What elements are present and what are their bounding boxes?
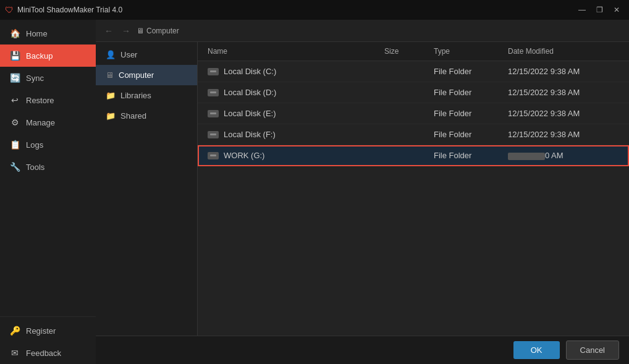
tools-icon: 🔧 [10, 162, 20, 172]
tree-item-user[interactable]: 👤 User [96, 44, 197, 65]
sidebar-item-register[interactable]: 🔑 Register [0, 320, 96, 342]
logs-icon: 📋 [10, 140, 20, 150]
file-tree: 👤 User 🖥 Computer 📁 Libraries 📁 Shared [96, 42, 198, 336]
sidebar-item-feedback[interactable]: ✉ Feedback [0, 342, 96, 364]
file-date-e: 12/15/2022 9:38 AM [508, 109, 619, 118]
computer-icon: 🖥 [137, 27, 144, 35]
app-icon: 🛡 [5, 5, 14, 15]
main-layout: 🏠 Home 💾 Backup 🔄 Sync ↩ Restore ⚙ Manag… [0, 20, 629, 364]
file-date-f: 12/15/2022 9:38 AM [508, 130, 619, 139]
title-bar-controls: — ❐ ✕ [575, 4, 624, 16]
col-name: Name [208, 47, 384, 56]
file-date-g: 0 AM [508, 151, 619, 160]
computer-tree-icon: 🖥 [106, 70, 114, 80]
sidebar-label-feedback: Feedback [26, 349, 61, 358]
file-type-d: File Folder [434, 88, 508, 97]
user-tree-icon: 👤 [106, 50, 116, 59]
drive-icon-f [208, 131, 219, 138]
col-type: Type [434, 47, 508, 56]
file-type-c: File Folder [434, 67, 508, 76]
file-list-header: Name Size Type Date Modified [198, 42, 629, 61]
tree-label-shared: Shared [120, 111, 146, 121]
tree-label-libraries: Libraries [120, 91, 151, 100]
table-row[interactable]: WORK (G:) File Folder 0 AM [198, 145, 629, 166]
sidebar-label-manage: Manage [26, 118, 55, 127]
forward-button[interactable]: → [119, 25, 133, 37]
file-name-f: Local Disk (F:) [208, 130, 384, 139]
sidebar-item-sync[interactable]: 🔄 Sync [0, 67, 96, 89]
breadcrumb-label: Computer [146, 27, 179, 35]
sidebar-item-tools[interactable]: 🔧 Tools [0, 156, 96, 178]
sidebar-item-backup[interactable]: 💾 Backup [0, 44, 96, 67]
col-date: Date Modified [508, 47, 619, 56]
breadcrumb-bar: ← → 🖥 Computer [96, 20, 629, 42]
tree-item-computer[interactable]: 🖥 Computer [96, 65, 197, 85]
file-type-g: File Folder [434, 151, 508, 160]
file-list-body: Local Disk (C:) File Folder 12/15/2022 9… [198, 61, 629, 336]
table-row[interactable]: Local Disk (F:) File Folder 12/15/2022 9… [198, 124, 629, 145]
sidebar-label-tools: Tools [26, 163, 44, 172]
sidebar-label-backup: Backup [26, 51, 53, 61]
file-name-d: Local Disk (D:) [208, 88, 384, 97]
feedback-icon: ✉ [10, 348, 20, 358]
sidebar-label-restore: Restore [26, 96, 54, 105]
tree-item-libraries[interactable]: 📁 Libraries [96, 85, 197, 106]
close-button[interactable]: ✕ [609, 4, 624, 16]
file-date-c: 12/15/2022 9:38 AM [508, 67, 619, 76]
file-name-g: WORK (G:) [208, 151, 384, 160]
bottom-bar: OK Cancel [96, 336, 629, 364]
file-name-e: Local Disk (E:) [208, 109, 384, 118]
sidebar-item-restore[interactable]: ↩ Restore [0, 89, 96, 111]
content-area: ← → 🖥 Computer 👤 User 🖥 Computer 📁 Libra… [96, 20, 629, 364]
app-title: MiniTool ShadowMaker Trial 4.0 [17, 6, 122, 14]
libraries-tree-icon: 📁 [106, 91, 116, 100]
sidebar-label-register: Register [26, 326, 56, 336]
back-button[interactable]: ← [102, 25, 116, 37]
cancel-button[interactable]: Cancel [566, 341, 619, 360]
minimize-button[interactable]: — [575, 4, 589, 16]
table-row[interactable]: Local Disk (D:) File Folder 12/15/2022 9… [198, 82, 629, 103]
drive-icon-g [208, 152, 219, 159]
file-date-d: 12/15/2022 9:38 AM [508, 88, 619, 97]
title-bar: 🛡 MiniTool ShadowMaker Trial 4.0 — ❐ ✕ [0, 0, 629, 20]
table-row[interactable]: Local Disk (C:) File Folder 12/15/2022 9… [198, 61, 629, 82]
ok-button[interactable]: OK [513, 341, 560, 359]
sidebar-bottom: 🔑 Register ✉ Feedback [0, 316, 96, 364]
file-type-e: File Folder [434, 109, 508, 118]
drive-icon-c [208, 68, 219, 75]
sidebar-label-logs: Logs [26, 140, 43, 150]
breadcrumb: 🖥 Computer [137, 27, 179, 35]
maximize-button[interactable]: ❐ [592, 4, 607, 16]
restore-icon: ↩ [10, 95, 20, 105]
sidebar-label-sync: Sync [26, 74, 44, 83]
sidebar-item-home[interactable]: 🏠 Home [0, 22, 96, 44]
file-name-c: Local Disk (C:) [208, 67, 384, 76]
file-type-f: File Folder [434, 130, 508, 139]
tree-item-shared[interactable]: 📁 Shared [96, 106, 197, 126]
sidebar-item-logs[interactable]: 📋 Logs [0, 133, 96, 156]
manage-icon: ⚙ [10, 117, 20, 127]
home-icon: 🏠 [10, 28, 20, 38]
tree-label-computer: Computer [119, 70, 154, 80]
tree-label-user: User [120, 50, 137, 59]
sidebar-item-manage[interactable]: ⚙ Manage [0, 111, 96, 133]
table-row[interactable]: Local Disk (E:) File Folder 12/15/2022 9… [198, 103, 629, 124]
drive-icon-e [208, 110, 219, 117]
register-icon: 🔑 [10, 326, 20, 336]
split-content: 👤 User 🖥 Computer 📁 Libraries 📁 Shared N… [96, 42, 629, 336]
backup-icon: 💾 [10, 51, 20, 61]
shared-tree-icon: 📁 [106, 111, 116, 121]
sidebar: 🏠 Home 💾 Backup 🔄 Sync ↩ Restore ⚙ Manag… [0, 20, 96, 364]
sidebar-label-home: Home [26, 29, 48, 38]
sync-icon: 🔄 [10, 73, 20, 83]
drive-icon-d [208, 89, 219, 96]
redacted-date [508, 153, 545, 160]
col-size: Size [384, 47, 434, 56]
file-list: Name Size Type Date Modified Local Disk … [198, 42, 629, 336]
title-bar-left: 🛡 MiniTool ShadowMaker Trial 4.0 [5, 5, 122, 15]
